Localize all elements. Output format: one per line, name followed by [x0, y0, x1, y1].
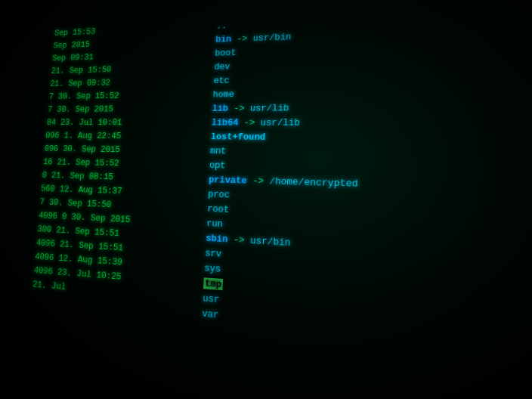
file-entry: lib64 -> usr/lib: [211, 115, 532, 131]
file-entry: lib -> usr/lib: [212, 99, 532, 115]
timestamp-line: 096 1. Aug 22:45: [45, 129, 205, 144]
terminal-content: Sep 15:53Sep 2015Sep 09:3121. Sep 15:502…: [20, 0, 532, 399]
timestamp-line: 84 23. Jul 10:01: [46, 116, 205, 129]
timestamp-line: 7 30. Sep 2015: [48, 102, 206, 116]
timestamp-line: 21. Sep 09:32: [50, 74, 208, 89]
col-timestamps: Sep 15:53Sep 2015Sep 09:3121. Sep 15:502…: [20, 20, 210, 390]
terminal-table: Sep 15:53Sep 2015Sep 09:3121. Sep 15:502…: [20, 5, 532, 399]
col-files: ..bin -> usr/binbootdevetchomelib -> usr…: [191, 5, 532, 399]
timestamp-line: 7 30. Sep 15:52: [48, 88, 206, 103]
terminal-screen: Sep 15:53Sep 2015Sep 09:3121. Sep 15:502…: [0, 0, 532, 399]
